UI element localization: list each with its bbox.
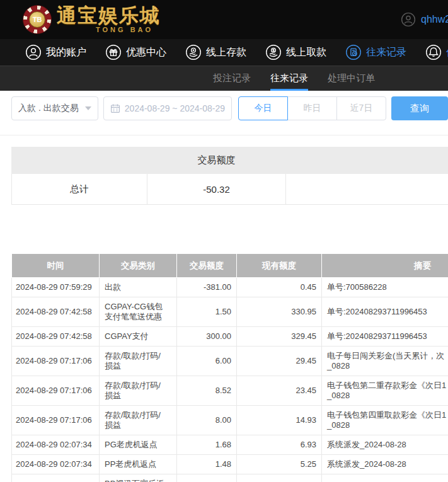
- cell-amount: 3.50: [177, 474, 237, 482]
- cell-time: 2024-08-29 02:07:34: [12, 455, 100, 474]
- chip-tb-label: TB: [29, 11, 45, 28]
- nav-label: 往来记录: [366, 46, 406, 59]
- avatar-icon: [401, 12, 416, 27]
- transaction-records-page: TB 通宝娱乐城 TONG BAO qhhw2: [0, 0, 448, 482]
- records-section: 时间 交易类别 交易额度 现有额度 摘要 2024-08-29 07:59:29…: [11, 253, 448, 482]
- cell-balance: 329.45: [237, 327, 322, 347]
- cell-type: CGPAY支付: [100, 327, 177, 347]
- nav-label: 线上取款: [286, 46, 326, 59]
- col-header-type: 交易类别: [100, 254, 177, 278]
- cell-time: 2024-08-29 07:42:58: [12, 327, 100, 347]
- table-row: 2024-08-29 07:17:06 存款/取款/打码/ 损益 8.00 14…: [12, 406, 448, 435]
- cell-time: 2024-08-29 07:17:06: [12, 406, 100, 435]
- filter-bar: 入款 . 出款交易 2024-08-29 ~ 2024-08-29 今日 昨日 …: [0, 91, 448, 135]
- cell-type: 存款/取款/打码/ 损益: [100, 376, 177, 406]
- cell-summary: 电子钱包第二重存款彩金《次日1 _0828: [322, 376, 448, 406]
- table-row: 2024-08-29 07:59:29 出款 -381.00 0.45 单号:7…: [12, 278, 448, 297]
- cell-balance: 5.25: [237, 455, 322, 474]
- cell-balance: 330.95: [237, 297, 322, 327]
- today-button[interactable]: 今日: [238, 96, 288, 120]
- cell-balance: 14.93: [237, 406, 322, 435]
- nav-label: 我的账户: [46, 46, 86, 59]
- summary-section: 交易额度 总计 -50.32: [11, 147, 448, 205]
- transaction-type-value: 入款 . 出款交易: [18, 103, 79, 114]
- tab-betting-records[interactable]: 投注记录: [213, 66, 251, 91]
- summary-total-row: 总计 -50.32: [12, 174, 448, 205]
- cell-type: 存款/取款/打码/ 损益: [100, 406, 177, 435]
- app-header: TB 通宝娱乐城 TONG BAO qhhw2: [0, 0, 448, 39]
- table-row: 2024-08-29 02:07:34 PP老虎机返点 1.48 5.25 系统…: [12, 455, 448, 474]
- cell-time: 2024-08-29 02:07:34: [12, 474, 100, 482]
- cell-amount: 1.68: [177, 435, 237, 455]
- calendar-icon: [110, 103, 120, 113]
- cell-amount: 1.50: [177, 297, 237, 327]
- gift-icon: [105, 44, 122, 60]
- cell-summary: 系统派发_2024-08-28: [322, 474, 448, 482]
- cell-balance: 3.77: [237, 474, 322, 482]
- cell-summary: 系统派发_2024-08-28: [322, 455, 448, 474]
- summary-table: 交易额度 总计 -50.32: [11, 147, 448, 205]
- cell-summary: 电子每日闯关彩金(当天累计，次 _0828: [322, 347, 448, 376]
- table-row: 2024-08-29 02:07:34 PG老虎机返点 1.68 6.93 系统…: [12, 435, 448, 455]
- tab-processing-orders[interactable]: 处理中订单: [328, 66, 375, 91]
- search-button[interactable]: 查询: [391, 96, 448, 120]
- cell-summary: 单号:202408293711996453: [322, 327, 448, 347]
- summary-header-empty: [12, 147, 147, 174]
- cell-time: 2024-08-29 07:59:29: [12, 278, 100, 297]
- cell-amount: 8.52: [177, 376, 237, 406]
- summary-header-row: 交易额度: [12, 147, 448, 174]
- records-header-row: 时间 交易类别 交易额度 现有额度 摘要: [12, 254, 448, 278]
- cell-time: 2024-08-29 07:17:06: [12, 347, 100, 376]
- nav-item-withdraw[interactable]: 线上取款: [265, 44, 326, 60]
- tab-transaction-records[interactable]: 往来记录: [270, 66, 308, 91]
- nav-item-my-account[interactable]: 我的账户: [25, 44, 86, 60]
- cell-amount: 300.00: [177, 327, 237, 347]
- last-7-days-button[interactable]: 近7日: [336, 96, 386, 120]
- col-header-balance: 现有额度: [237, 254, 322, 278]
- summary-header-amount: 交易额度: [147, 147, 286, 174]
- cell-type: 存款/取款/打码/ 损益: [100, 347, 177, 376]
- nav-item-records[interactable]: 往来记录: [345, 44, 406, 60]
- col-header-amount: 交易额度: [177, 254, 237, 278]
- nav-label: 优惠中心: [126, 46, 166, 59]
- col-header-time: 时间: [12, 254, 100, 278]
- cell-summary: 单号:700586228: [322, 278, 448, 297]
- user-icon: [25, 44, 42, 60]
- transaction-type-select[interactable]: 入款 . 出款交易: [11, 96, 98, 120]
- cell-balance: 23.45: [237, 376, 322, 406]
- summary-total-label: 总计: [12, 174, 147, 205]
- cell-type: 出款: [100, 278, 177, 297]
- records-table: 时间 交易类别 交易额度 现有额度 摘要 2024-08-29 07:59:29…: [11, 253, 448, 482]
- nav-item-promotions[interactable]: 优惠中心: [105, 44, 166, 60]
- nav-label: 线上存款: [206, 46, 246, 59]
- cell-summary: 系统派发_2024-08-28: [322, 435, 448, 455]
- brand-text: 通宝娱乐城 TONG BAO: [57, 6, 161, 33]
- table-row: 2024-08-29 07:17:06 存款/取款/打码/ 损益 6.00 29…: [12, 347, 448, 376]
- deposit-icon: [185, 44, 202, 60]
- cell-type: CGPAY-CG钱包 支付笔笔送优惠: [100, 297, 177, 327]
- cell-amount: 1.48: [177, 455, 237, 474]
- bell-icon: [425, 44, 442, 60]
- date-range-input[interactable]: 2024-08-29 ~ 2024-08-29: [103, 96, 232, 120]
- poker-chip-icon: TB: [23, 5, 52, 34]
- cell-type: BB视讯百家乐返 点: [100, 474, 177, 482]
- cell-type: PP老虎机返点: [100, 455, 177, 474]
- username-link[interactable]: qhhw2: [421, 14, 448, 25]
- summary-total-value: -50.32: [147, 174, 286, 205]
- records-tab-bar: 投注记录 往来记录 处理中订单: [0, 66, 448, 91]
- brand-subtitle: TONG BAO: [96, 26, 161, 33]
- quick-date-button-group: 今日 昨日 近7日: [238, 96, 386, 120]
- summary-empty-cell: [286, 174, 448, 205]
- cell-summary: 单号:202408293711996453: [322, 297, 448, 327]
- cell-amount: -381.00: [177, 278, 237, 297]
- nav-item-messages[interactable]: 信: [425, 44, 448, 60]
- cell-time: 2024-08-29 02:07:34: [12, 435, 100, 455]
- poker-chip-inner: TB: [27, 9, 47, 30]
- brand-logo[interactable]: TB 通宝娱乐城 TONG BAO: [23, 5, 161, 34]
- yesterday-button[interactable]: 昨日: [287, 96, 337, 120]
- main-navigation: 我的账户 优惠中心 线上存款: [0, 39, 448, 66]
- cell-summary: 电子钱包第四重取款彩金《次日1 _0828: [322, 406, 448, 435]
- cell-balance: 29.45: [237, 347, 322, 376]
- nav-item-deposit[interactable]: 线上存款: [185, 44, 246, 60]
- cell-balance: 0.45: [237, 278, 322, 297]
